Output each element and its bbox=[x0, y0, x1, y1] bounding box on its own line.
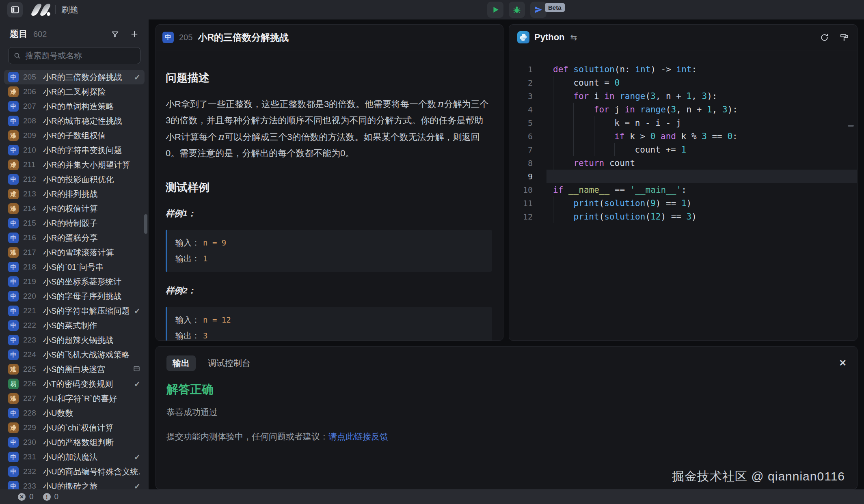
problem-list-item[interactable]: 中210小R的字符串变换问题 bbox=[4, 143, 145, 157]
indent-guide bbox=[553, 143, 553, 156]
line-number: 1 bbox=[509, 65, 533, 74]
sidebar-scrollbar[interactable] bbox=[144, 214, 147, 234]
sidebar-header: 题目 602 bbox=[0, 26, 149, 42]
format-code-icon[interactable] bbox=[840, 33, 849, 42]
description-heading: 问题描述 bbox=[166, 71, 492, 85]
code-line[interactable]: 2count = 0 bbox=[509, 76, 857, 89]
indent-guide bbox=[553, 129, 553, 143]
code-editor[interactable]: 1def solution(n: int) -> int:2count = 03… bbox=[509, 50, 857, 223]
switch-language-icon[interactable]: ⇆ bbox=[570, 32, 577, 42]
difficulty-badge: 难 bbox=[8, 203, 19, 214]
problem-list-item[interactable]: 中231小U的加法魔法✓ bbox=[4, 450, 145, 464]
code-line[interactable]: 7count += 1 bbox=[509, 143, 857, 156]
sidebar-title: 题目 bbox=[10, 28, 28, 40]
code-line[interactable]: 9 bbox=[509, 170, 857, 183]
code-token: ): bbox=[728, 105, 738, 114]
problem-list-item[interactable]: 中232小U的商品编号特殊含义统... bbox=[4, 464, 145, 479]
close-console-icon[interactable]: ✕ bbox=[839, 358, 847, 368]
problem-list-item[interactable]: 中228小U数数 bbox=[4, 406, 145, 420]
indent-guide bbox=[573, 129, 574, 143]
io-value: n = 9 bbox=[203, 238, 226, 247]
problem-id: 205 bbox=[23, 73, 39, 82]
problem-list-item[interactable]: 中230小U的严格数组判断 bbox=[4, 435, 145, 450]
problem-id: 227 bbox=[23, 394, 39, 403]
problem-list-item[interactable]: 中224小S的飞机大战游戏策略 bbox=[4, 347, 145, 362]
problem-id: 233 bbox=[23, 482, 39, 489]
problem-list-item[interactable]: 难229小U的`chi`权值计算 bbox=[4, 420, 145, 435]
warnings-icon[interactable]: ! bbox=[43, 493, 51, 501]
problem-list-item[interactable]: 中207小R的单词构造策略 bbox=[4, 99, 145, 114]
problem-id: 219 bbox=[23, 277, 39, 286]
indent-guide bbox=[553, 76, 553, 89]
problem-list-item[interactable]: 难214小R的权值计算 bbox=[4, 201, 145, 216]
line-content bbox=[546, 170, 857, 183]
problem-list-item[interactable]: 中219小S的坐标系菱形统计 bbox=[4, 274, 145, 289]
problem-list-item[interactable]: 难217小R的雪球滚落计算 bbox=[4, 245, 145, 260]
reset-code-icon[interactable] bbox=[820, 33, 829, 42]
code-line[interactable]: 12print(solution(12) == 3) bbox=[509, 210, 857, 223]
problem-list-item[interactable]: 中223小S的超辣火锅挑战 bbox=[4, 333, 145, 347]
problem-list-item[interactable]: 难213小R的排列挑战 bbox=[4, 187, 145, 201]
problem-list-item[interactable]: 难225小S的黑白块迷宫 bbox=[4, 362, 145, 377]
console-panel: 输出 调试控制台 ✕ 解答正确 恭喜成功通过 提交功能内测体验中，任何问题或者建… bbox=[156, 346, 858, 489]
problem-list-item[interactable]: 中222小S的菜式制作 bbox=[4, 318, 145, 333]
io-value: n = 12 bbox=[203, 315, 231, 324]
feedback-link[interactable]: 请点此链接反馈 bbox=[328, 432, 388, 441]
problem-list-item[interactable]: 中205小R的三倍数分解挑战✓ bbox=[4, 70, 145, 84]
problem-list-item[interactable]: 中216小R的蛋糕分享 bbox=[4, 230, 145, 245]
submit-button[interactable] bbox=[530, 2, 546, 18]
problem-list-item[interactable]: 中208小R的城市稳定性挑战 bbox=[4, 114, 145, 128]
search-icon bbox=[13, 52, 21, 60]
code-token: , n + bbox=[656, 91, 687, 101]
difficulty-badge: 中 bbox=[8, 466, 19, 477]
sidebar-toggle-button[interactable] bbox=[7, 2, 23, 17]
difficulty-badge: 中 bbox=[8, 349, 19, 360]
problem-id: 220 bbox=[23, 292, 39, 301]
code-token: k % bbox=[676, 131, 702, 141]
run-button[interactable] bbox=[487, 2, 503, 18]
code-token: 0 bbox=[727, 131, 732, 141]
problem-list-item[interactable]: 中220小S的字母子序列挑战 bbox=[4, 289, 145, 304]
code-line[interactable]: 10if __name__ == '__main__': bbox=[509, 183, 857, 196]
filter-icon[interactable] bbox=[111, 30, 119, 39]
errors-icon[interactable]: ✕ bbox=[18, 493, 26, 501]
problem-list-item[interactable]: 易226小T的密码变换规则✓ bbox=[4, 377, 145, 391]
difficulty-badge: 易 bbox=[8, 379, 19, 389]
search-box[interactable] bbox=[8, 47, 140, 64]
code-line[interactable]: 11print(solution(9) == 1) bbox=[509, 196, 857, 210]
problem-list-item[interactable]: 中221小S的字符串解压缩问题✓ bbox=[4, 304, 145, 318]
problem-list-item[interactable]: 难206小R的二叉树探险 bbox=[4, 84, 145, 99]
code-token bbox=[615, 91, 620, 101]
code-token: print bbox=[573, 198, 599, 208]
code-line[interactable]: 8return count bbox=[509, 156, 857, 170]
play-icon bbox=[491, 5, 500, 14]
line-number: 3 bbox=[509, 91, 533, 101]
beta-badge: Beta bbox=[545, 3, 565, 12]
problem-list-item[interactable]: 中233小U的搬砖之旅✓ bbox=[4, 479, 145, 489]
problem-list-item[interactable]: 难209小R的子数组权值 bbox=[4, 128, 145, 143]
sample-block: 输入：n = 12输出：3 bbox=[166, 307, 492, 340]
code-line[interactable]: 4for j in range(3, n + 1, 3): bbox=[509, 103, 857, 116]
problem-list-item[interactable]: 中218小S的`01`问号串 bbox=[4, 260, 145, 274]
panel-icon bbox=[10, 5, 20, 15]
tab-debug-console[interactable]: 调试控制台 bbox=[208, 358, 251, 369]
code-token: , bbox=[712, 105, 722, 114]
tab-output[interactable]: 输出 bbox=[166, 355, 196, 371]
problem-list-item[interactable]: 难211小R的并集大小期望计算 bbox=[4, 157, 145, 172]
add-problem-icon[interactable] bbox=[130, 30, 139, 39]
code-line[interactable]: 6if k > 0 and k % 3 == 0: bbox=[509, 129, 857, 143]
problem-title: 小R的排列挑战 bbox=[43, 189, 140, 200]
editor-scroll-mark[interactable] bbox=[848, 125, 854, 127]
top-bar: 刷题 Beta bbox=[0, 0, 864, 19]
code-line[interactable]: 1def solution(n: int) -> int: bbox=[509, 62, 857, 76]
code-token: 3 bbox=[702, 131, 707, 141]
code-token: : bbox=[691, 65, 697, 74]
code-line[interactable]: 3for i in range(3, n + 1, 3): bbox=[509, 89, 857, 103]
problem-list-item[interactable]: 中215小R的特制骰子 bbox=[4, 216, 145, 230]
problem-list-item[interactable]: 中212小R的投影面积优化 bbox=[4, 172, 145, 187]
code-line[interactable]: 5k = n - i - j bbox=[509, 116, 857, 129]
search-input[interactable] bbox=[24, 51, 135, 61]
app-logo[interactable] bbox=[33, 4, 51, 16]
debug-button[interactable] bbox=[509, 2, 525, 18]
problem-list-item[interactable]: 难227小U和字符`R`的喜好 bbox=[4, 391, 145, 406]
